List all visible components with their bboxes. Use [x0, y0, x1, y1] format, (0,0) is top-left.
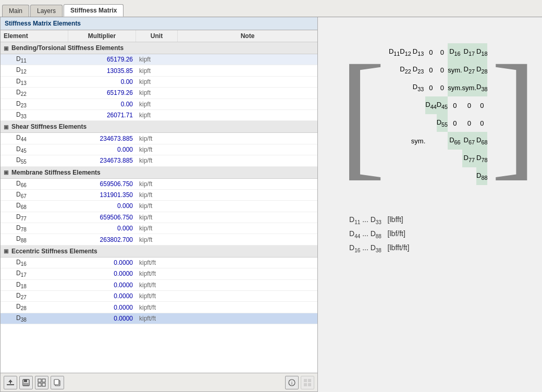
import-button[interactable] — [4, 376, 17, 389]
grid-button[interactable] — [35, 376, 48, 389]
element-name: D16 — [1, 258, 68, 268]
matrix-cell-d66: D66 — [448, 132, 462, 150]
element-name: D45 — [1, 144, 68, 155]
element-name: D33 — [1, 110, 68, 120]
element-unit: kip/ft — [136, 179, 178, 189]
tab-stiffness[interactable]: Stiffness Matrix — [64, 4, 124, 17]
element-name: D18 — [1, 280, 68, 290]
settings-button[interactable] — [301, 376, 314, 389]
matrix-cell-sym-r2: sym. — [448, 61, 462, 79]
copy-icon — [53, 378, 61, 387]
matrix-cell-empty-r5c3 — [411, 114, 425, 132]
left-panel: Stiffness Matrix Elements Element Multip… — [0, 17, 318, 392]
matrix-cell-empty-r2c1 — [389, 61, 400, 79]
table-row[interactable]: D77 659506.750 kip/ft — [1, 212, 317, 223]
table-row[interactable]: D27 0.0000 kipft/ft — [1, 291, 317, 302]
tab-main[interactable]: Main — [2, 5, 29, 17]
matrix-cell-empty-r7c4 — [425, 150, 436, 167]
svg-text:i: i — [291, 381, 292, 386]
matrix-cell-empty-r3c1 — [389, 79, 400, 96]
table-row[interactable]: D17 0.0000 kipft/ft — [1, 268, 317, 279]
element-note — [178, 92, 317, 94]
save-button[interactable] — [19, 376, 33, 389]
element-unit: kipft — [136, 100, 178, 109]
collapse-bending-icon[interactable]: ▣ — [4, 45, 8, 51]
element-note — [178, 216, 317, 218]
table-row[interactable]: D44 234673.885 kip/ft — [1, 133, 317, 144]
table-row[interactable]: D88 263802.700 kip/ft — [1, 234, 317, 245]
table-row[interactable]: D16 0.0000 kipft/ft — [1, 258, 317, 268]
table-row[interactable]: D11 65179.26 kipft — [1, 54, 317, 65]
element-value: 0.0000 — [68, 258, 136, 267]
table-row[interactable]: D78 0.000 kip/ft — [1, 223, 317, 234]
element-name: D23 — [1, 99, 68, 109]
table-row[interactable]: D68 0.000 kip/ft — [1, 201, 317, 212]
svg-rect-13 — [304, 379, 307, 382]
element-name: D28 — [1, 302, 68, 312]
matrix-cell-empty-r8c2 — [400, 167, 411, 185]
table-row[interactable]: D13 0.00 kipft — [1, 77, 317, 88]
matrix-cell-0-r1c4: 0 — [425, 43, 436, 61]
svg-rect-10 — [54, 379, 59, 385]
matrix-cell-empty-r6c5 — [437, 132, 448, 150]
element-unit: kipft — [136, 88, 178, 97]
table-row[interactable]: D67 131901.350 kip/ft — [1, 190, 317, 201]
element-value: 0.000 — [68, 224, 136, 233]
table-row[interactable]: D55 234673.885 kip/ft — [1, 155, 317, 166]
collapse-shear-icon[interactable]: ▣ — [4, 124, 8, 130]
matrix-cell-0-r5c7: 0 — [462, 114, 476, 132]
matrix-cell-empty-r6c4 — [425, 132, 436, 150]
matrix-cell-empty-r5c1 — [389, 114, 400, 132]
collapse-membrane-icon[interactable]: ▣ — [4, 169, 8, 175]
table-row[interactable]: D12 13035.85 kipft — [1, 65, 317, 76]
element-note — [178, 284, 317, 286]
svg-rect-5 — [38, 379, 41, 382]
collapse-eccentric-icon[interactable]: ▣ — [4, 248, 8, 254]
table-row[interactable]: D23 0.00 kipft — [1, 99, 317, 110]
element-value: 234673.885 — [68, 156, 136, 165]
element-unit: kipft/ft — [136, 303, 178, 312]
element-note — [178, 273, 317, 275]
info-button[interactable]: i — [285, 376, 299, 389]
element-name: D78 — [1, 223, 68, 234]
element-note — [178, 70, 317, 72]
col-element: Element — [1, 30, 68, 42]
table-row[interactable]: D38 0.0000 kipft/ft — [1, 313, 317, 324]
element-name: D55 — [1, 155, 68, 166]
element-unit: kipft — [136, 77, 178, 87]
legend-item-shear: D44 ... D88 [lbf/ft] — [349, 229, 409, 239]
tab-layers[interactable]: Layers — [30, 5, 63, 17]
element-value: 0.0000 — [68, 314, 136, 323]
table-row[interactable]: D18 0.0000 kipft/ft — [1, 280, 317, 291]
element-note — [178, 194, 317, 196]
matrix-cell-empty-r3c2 — [400, 79, 411, 96]
matrix-content: D11 D12 D13 0 0 D16 D17 D18 D22 D — [389, 43, 488, 185]
save-icon — [22, 378, 30, 387]
settings-icon — [303, 378, 312, 387]
matrix-cell-empty-r7c6 — [448, 150, 462, 167]
svg-rect-8 — [42, 383, 45, 386]
copy-button[interactable] — [51, 376, 64, 389]
element-value: 0.0000 — [68, 280, 136, 290]
matrix-cell-d22: D22 — [400, 61, 411, 79]
svg-rect-3 — [24, 379, 27, 382]
matrix-cell-d17: D17 — [462, 43, 476, 61]
matrix-cell-0-r5c6: 0 — [448, 114, 462, 132]
table-row[interactable]: D66 659506.750 kip/ft — [1, 179, 317, 190]
table-row[interactable]: D28 0.0000 kipft/ft — [1, 302, 317, 313]
element-note — [178, 239, 317, 241]
matrix-cell-d38: D38 — [476, 79, 487, 96]
matrix-cell-sym-r6: sym. — [411, 132, 425, 150]
matrix-cell-d77: D77 — [462, 150, 476, 167]
element-note — [178, 81, 317, 83]
matrix-cell-d11: D11 — [389, 43, 400, 61]
content-area: Stiffness Matrix Elements Element Multip… — [0, 17, 542, 392]
table-row[interactable]: D45 0.000 kip/ft — [1, 144, 317, 155]
table-row[interactable]: D22 65179.26 kipft — [1, 88, 317, 99]
table-row[interactable]: D33 26071.71 kipft — [1, 110, 317, 121]
element-unit: kipft — [136, 66, 178, 76]
element-note — [178, 58, 317, 60]
bottom-toolbar: i — [1, 373, 317, 391]
panel-title: Stiffness Matrix Elements — [1, 17, 317, 30]
matrix-cell-sym-r3c7: sym. — [462, 79, 476, 96]
